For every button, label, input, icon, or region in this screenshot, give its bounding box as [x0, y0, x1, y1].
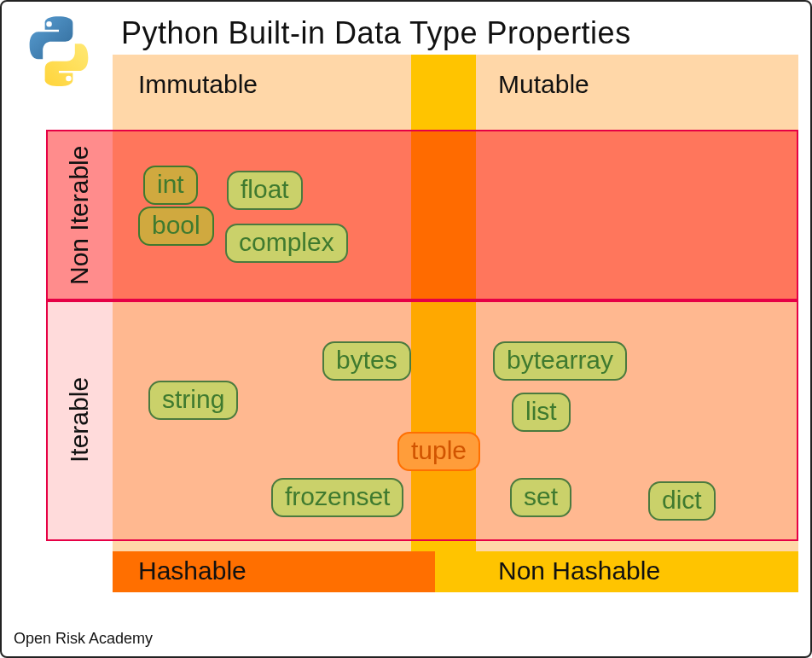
label-mutable: Mutable — [498, 70, 589, 99]
label-iterable: Iterable — [65, 360, 94, 480]
chip-string: string — [148, 381, 238, 420]
footer-credit: Open Risk Academy — [14, 630, 153, 648]
chip-bytes: bytes — [322, 341, 411, 381]
chip-float: float — [227, 171, 303, 210]
label-hashable: Hashable — [138, 556, 246, 585]
python-logo-icon — [20, 14, 97, 90]
chip-set: set — [510, 478, 571, 517]
chip-bool: bool — [138, 207, 214, 246]
chip-int: int — [143, 166, 198, 205]
diagram-title: Python Built-in Data Type Properties — [121, 15, 631, 51]
chip-tuple: tuple — [397, 432, 480, 471]
chip-frozenset: frozenset — [271, 478, 403, 517]
label-immutable: Immutable — [138, 70, 258, 99]
label-non-hashable: Non Hashable — [498, 556, 660, 585]
label-non-iterable: Non Iterable — [65, 142, 94, 288]
chip-dict: dict — [648, 481, 716, 521]
chip-bytearray: bytearray — [493, 341, 627, 381]
chip-complex: complex — [225, 224, 348, 263]
chip-list: list — [512, 393, 571, 432]
